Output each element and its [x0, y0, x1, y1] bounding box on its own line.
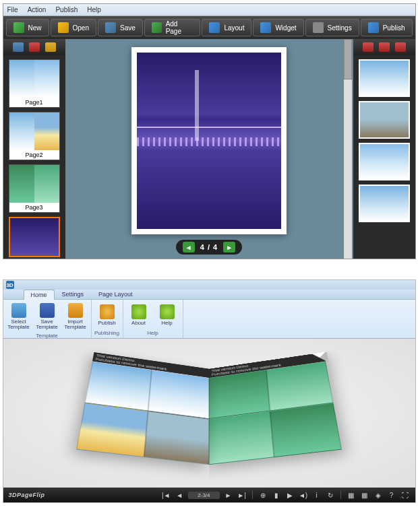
layout-icon: [209, 22, 220, 33]
ribbon-group-label: Help: [126, 329, 180, 337]
vertical-scrollbar[interactable]: [344, 39, 352, 259]
tilt-button[interactable]: ▦: [347, 490, 356, 500]
play-button[interactable]: ▶: [285, 490, 295, 500]
save-icon: [105, 22, 116, 33]
page-indicator: 4 / 4: [200, 243, 218, 251]
menu-bar: File Action Publish Help: [3, 4, 415, 16]
asset-thumb[interactable]: [359, 185, 410, 222]
pageflip-app: 3D Home Settings Page Layout Select Temp…: [3, 279, 416, 503]
next-page-button[interactable]: ►: [223, 242, 235, 253]
book-page-right: Trial version Demo.Purchase to remove th…: [209, 352, 342, 464]
zoom-button[interactable]: ⊕: [258, 490, 268, 500]
publish-icon: [368, 22, 379, 33]
open-button[interactable]: Open: [51, 19, 96, 36]
repeat-button[interactable]: ↻: [326, 490, 335, 500]
page-thumbnails: Page1 Page2 Page3: [3, 55, 65, 259]
menu-file[interactable]: File: [7, 6, 18, 13]
import-template-button[interactable]: Import Template: [63, 301, 88, 332]
title-bar: 3D: [3, 280, 415, 290]
canvas-image: [137, 53, 281, 229]
import-template-icon: [68, 303, 83, 318]
settings-button[interactable]: Settings: [305, 19, 359, 36]
ribbon-group-label: Publishing: [94, 329, 120, 337]
add-page-icon[interactable]: [13, 42, 24, 52]
select-template-button[interactable]: Select Template: [6, 301, 32, 332]
workspace: Page1 Page2 Page3: [3, 39, 415, 259]
page-navigator: ◄ 4 / 4 ►: [176, 240, 242, 255]
publish-button[interactable]: Publish: [94, 301, 120, 329]
open-icon: [58, 22, 69, 33]
layers-button[interactable]: ◈: [374, 490, 383, 500]
share-button[interactable]: ?: [387, 490, 396, 500]
add-page-icon: [152, 22, 162, 33]
sound-button[interactable]: ◄): [299, 490, 308, 500]
ribbon-tabs: Home Settings Page Layout: [3, 290, 415, 300]
main-toolbar: New Open Save Add Page Layout Widget Set…: [3, 16, 415, 39]
gear-icon: [313, 22, 324, 33]
book-page-left: Trial version Demo.Purchase to remove th…: [76, 352, 209, 464]
assets-panel-toolbar: [353, 39, 415, 55]
page-thumb-label: Page2: [9, 150, 59, 160]
new-button[interactable]: New: [6, 19, 49, 36]
ribbon-group-help: About Help Help: [123, 300, 183, 338]
viewer-toolbar: 3DPageFlip |◄ ◄ 2-3/4 ► ►| ⊕ ▮ ▶ ◄) i ↻ …: [3, 488, 415, 502]
asset-thumb[interactable]: [359, 101, 410, 139]
asset-thumb[interactable]: [359, 143, 410, 180]
widget-button[interactable]: Widget: [253, 19, 303, 36]
page-editor-app: File Action Publish Help New Open Save A…: [3, 3, 416, 259]
page-thumb-2[interactable]: Page2: [9, 112, 60, 160]
publish-button[interactable]: Publish: [361, 19, 413, 36]
save-template-icon: [40, 303, 55, 318]
menu-help[interactable]: Help: [87, 6, 101, 13]
save-template-button[interactable]: Save Template: [34, 301, 60, 332]
tab-page-layout[interactable]: Page Layout: [91, 289, 140, 299]
prev-page-button[interactable]: ◄: [183, 242, 195, 253]
about-icon: [131, 304, 146, 319]
fullscreen-button[interactable]: ⛶: [400, 490, 410, 500]
publish-icon: [100, 304, 115, 319]
page-canvas[interactable]: [131, 47, 287, 234]
asset-icon-3[interactable]: [395, 42, 406, 52]
layout-button[interactable]: Layout: [202, 19, 251, 36]
help-icon: [160, 304, 175, 319]
next-page-button[interactable]: ►: [224, 490, 233, 500]
about-button[interactable]: About: [126, 301, 152, 329]
select-template-icon: [11, 303, 26, 318]
pages-panel-toolbar: [3, 39, 65, 55]
tab-home[interactable]: Home: [24, 290, 55, 300]
prev-page-button[interactable]: ◄: [175, 490, 184, 500]
ribbon-group-template: Select Template Save Template Import Tem…: [3, 300, 92, 338]
ribbon-group-publishing: Publish Publishing: [92, 300, 123, 338]
add-page-button[interactable]: Add Page: [144, 19, 201, 36]
help-button[interactable]: Help: [154, 301, 180, 329]
menu-publish[interactable]: Publish: [55, 6, 78, 13]
save-button[interactable]: Save: [98, 19, 143, 36]
tab-settings[interactable]: Settings: [55, 289, 92, 299]
page-thumb-label: Page1: [9, 98, 59, 107]
brand-label: 3DPageFlip: [9, 492, 45, 498]
book-viewer[interactable]: Trial version Demo.Purchase to remove th…: [3, 339, 415, 488]
asset-icon-2[interactable]: [379, 42, 390, 52]
page-thumb-3[interactable]: Page3: [9, 164, 60, 213]
first-page-button[interactable]: |◄: [161, 490, 171, 500]
asset-thumbnails: [353, 55, 415, 259]
ribbon: Select Template Save Template Import Tem…: [3, 300, 415, 339]
menu-action[interactable]: Action: [28, 6, 47, 13]
canvas-area: ◄ 4 / 4 ►: [65, 39, 353, 259]
assets-panel: [353, 39, 415, 259]
edit-page-icon[interactable]: [45, 42, 56, 52]
page-thumb-1[interactable]: Page1: [9, 59, 60, 108]
new-icon: [13, 22, 24, 33]
thumbnails-button[interactable]: ▦: [360, 490, 369, 500]
bookmark-button[interactable]: ▮: [272, 490, 281, 500]
flipbook[interactable]: Trial version Demo.Purchase to remove th…: [79, 368, 340, 465]
info-button[interactable]: i: [312, 490, 322, 500]
page-thumb-4[interactable]: [9, 217, 60, 257]
asset-icon-1[interactable]: [363, 42, 374, 52]
pages-panel: Page1 Page2 Page3: [3, 39, 65, 259]
app-logo-icon: 3D: [6, 281, 14, 289]
page-range-indicator: 2-3/4: [188, 492, 219, 499]
asset-thumb[interactable]: [359, 59, 410, 97]
last-page-button[interactable]: ►|: [237, 490, 247, 500]
delete-page-icon[interactable]: [29, 42, 40, 52]
